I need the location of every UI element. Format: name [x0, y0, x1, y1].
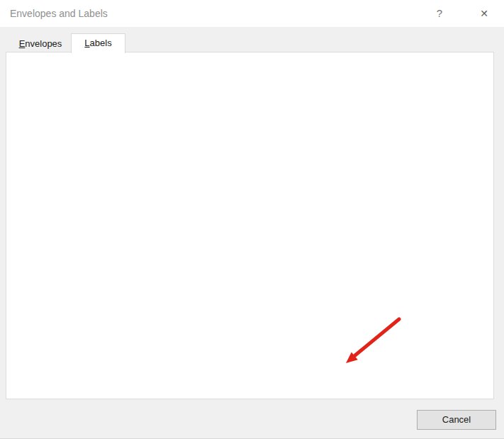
labels-tab-panel: [6, 52, 494, 399]
cancel-button[interactable]: Cancel: [417, 410, 496, 430]
tab-labels[interactable]: Labels: [71, 33, 125, 53]
title-bar: Envelopes and Labels ? ✕: [0, 0, 504, 27]
envelopes-and-labels-dialog: Envelopes and Labels ? ✕ Envelopes Label…: [0, 0, 504, 439]
help-icon[interactable]: ?: [430, 0, 449, 27]
dialog-title: Envelopes and Labels: [10, 0, 108, 27]
close-icon[interactable]: ✕: [472, 0, 496, 27]
tab-envelopes[interactable]: Envelopes: [10, 35, 71, 52]
